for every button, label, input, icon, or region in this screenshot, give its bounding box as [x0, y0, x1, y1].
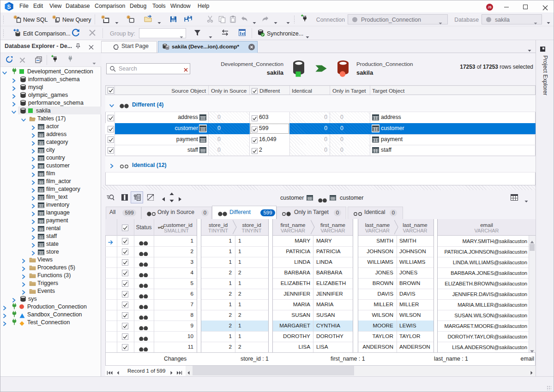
svg-text:S: S [7, 4, 11, 10]
